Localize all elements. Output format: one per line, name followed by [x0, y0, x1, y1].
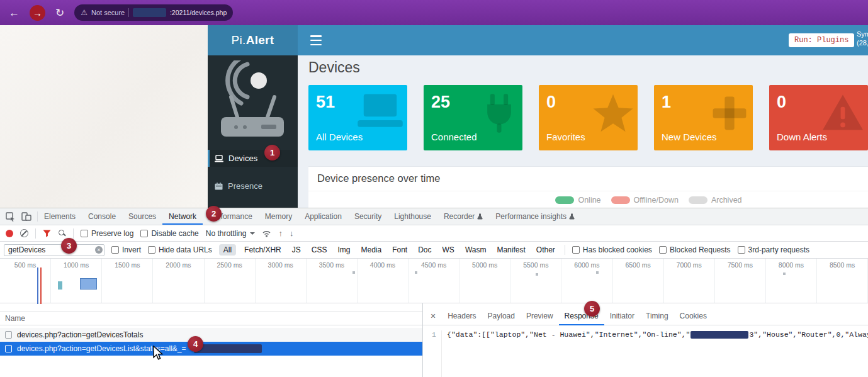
devtools-tab-application[interactable]: Application: [298, 208, 348, 225]
not-secure-label: Not secure: [91, 9, 125, 16]
filter-chip-font[interactable]: Font: [390, 245, 410, 255]
laptop-icon: [356, 93, 405, 132]
devtools-left-icons: [0, 208, 37, 225]
devtools-tab-performance-insights[interactable]: Performance insights: [489, 208, 581, 225]
network-overview-timeline[interactable]: 500 ms 1000 ms 1500 ms 2000 ms 2500 ms 3…: [0, 259, 868, 303]
throttling-value: No throttling: [206, 229, 247, 238]
run-plugins-button[interactable]: Run: Plugins: [789, 33, 854, 47]
filter-icon[interactable]: [43, 230, 51, 237]
device-toolbar-icon[interactable]: [21, 212, 31, 221]
filter-chip-css[interactable]: CSS: [309, 245, 330, 255]
devtools-tab-security[interactable]: Security: [348, 208, 388, 225]
annotation-badge-1: 1: [264, 145, 280, 160]
blocked-requests-checkbox[interactable]: Blocked Requests: [659, 245, 731, 254]
request-table-header[interactable]: Name: [0, 311, 422, 325]
invert-checkbox[interactable]: Invert: [111, 245, 141, 254]
devtools-tab-lighthouse[interactable]: Lighthouse: [388, 208, 437, 225]
card-label: All Devices: [316, 132, 363, 142]
brand-text: Pi.Alert: [232, 33, 274, 47]
back-icon[interactable]: ←: [9, 8, 20, 18]
legend-item-online[interactable]: Online: [555, 196, 600, 205]
alert-triangle-icon: [820, 93, 865, 133]
filter-chip-fetch-xhr[interactable]: Fetch/XHR: [242, 245, 284, 255]
clear-filter-icon[interactable]: ×: [95, 246, 103, 254]
address-separator: [128, 8, 129, 17]
import-har-icon[interactable]: ↑: [278, 229, 283, 237]
card-connected[interactable]: 25 Connected: [424, 85, 522, 150]
detail-tab-preview[interactable]: Preview: [521, 307, 559, 325]
timeline-column: 500 ms: [0, 259, 51, 303]
legend-swatch-archived: [689, 196, 707, 204]
filter-chip-ws[interactable]: WS: [440, 245, 457, 255]
devtools-tab-sources[interactable]: Sources: [122, 208, 162, 225]
devtools-tab-recorder[interactable]: Recorder: [437, 208, 489, 225]
filter-input[interactable]: [4, 244, 104, 256]
legend-item-archived[interactable]: Archived: [689, 196, 742, 205]
panel-title: Device presence over time: [317, 172, 440, 184]
filter-chip-wasm[interactable]: Wasm: [463, 245, 489, 255]
response-content: {"data":[["laptop","Net - Huawei","Inter…: [442, 330, 868, 377]
sidebar-item-devices[interactable]: Devices: [208, 150, 298, 167]
card-down-alerts[interactable]: 0 Down Alerts: [769, 85, 868, 150]
app-brand[interactable]: Pi.Alert: [208, 25, 298, 55]
export-har-icon[interactable]: ↓: [290, 229, 294, 237]
filter-chip-other[interactable]: Other: [534, 245, 558, 255]
forward-icon[interactable]: →: [30, 5, 45, 21]
timeline-activity-mark: [536, 273, 538, 276]
card-label: New Devices: [662, 132, 717, 142]
timeline-activity-mark: [58, 281, 62, 290]
detail-tab-timing[interactable]: Timing: [640, 307, 674, 325]
legend-item-offline[interactable]: Offline/Down: [611, 196, 679, 205]
filter-chip-js[interactable]: JS: [290, 245, 303, 255]
tab-label: Recorder: [444, 212, 475, 221]
filter-chip-manifest[interactable]: Manifest: [494, 245, 527, 255]
has-blocked-cookies-checkbox[interactable]: Has blocked cookies: [572, 245, 652, 254]
detail-tab-cookies[interactable]: Cookies: [674, 307, 713, 325]
devtools-tab-network[interactable]: Network: [162, 208, 203, 225]
sidebar-item-presence[interactable]: Presence: [208, 177, 298, 194]
sidebar-toggle-icon[interactable]: [310, 35, 322, 45]
detail-tab-headers[interactable]: Headers: [442, 307, 482, 325]
timeline-column: 1500 ms: [102, 259, 153, 303]
summary-cards: 51 All Devices 25 Connected: [308, 85, 868, 150]
detail-tab-initiator[interactable]: Initiator: [604, 307, 640, 325]
request-row-selected[interactable]: devices.php?action=getDevicesList&status…: [0, 342, 422, 356]
filter-chip-all[interactable]: All: [219, 244, 236, 256]
card-new-devices[interactable]: 1 New Devices: [654, 85, 753, 150]
network-conditions-icon[interactable]: [262, 230, 271, 237]
timeline-column: 6000 ms: [561, 259, 612, 303]
response-viewer[interactable]: 1 {"data":[["laptop","Net - Huawei","Int…: [423, 325, 868, 377]
page-viewport: Pi.Alert Run: Plugins Sym (28,: [0, 25, 868, 208]
devtools-panel: Elements Console Sources Network Perform…: [0, 208, 868, 377]
close-detail-icon[interactable]: ×: [423, 311, 442, 321]
devtools-tab-elements[interactable]: Elements: [38, 208, 82, 225]
sidebar-item-label: Devices: [228, 154, 257, 163]
record-icon[interactable]: [6, 230, 13, 237]
timeline-activity-mark: [596, 271, 599, 274]
request-type-filters: All Fetch/XHR JS CSS Img Media Font Doc …: [219, 244, 558, 256]
checkbox-box: [659, 246, 667, 254]
card-all-devices[interactable]: 51 All Devices: [308, 85, 407, 150]
third-party-requests-checkbox[interactable]: 3rd-party requests: [738, 245, 809, 254]
request-row[interactable]: devices.php?action=getDevicesTotals: [0, 328, 422, 342]
refresh-icon[interactable]: ↻: [55, 8, 64, 18]
filter-chip-img[interactable]: Img: [335, 245, 352, 255]
filter-chip-media[interactable]: Media: [358, 245, 384, 255]
card-favorites[interactable]: 0 Favorites: [539, 85, 638, 150]
checkbox-label: Disable cache: [151, 229, 198, 238]
clear-network-log-icon[interactable]: [20, 229, 28, 237]
response-text: {"data":[["laptop","Net - Huawei","Inter…: [447, 330, 690, 339]
calendar-icon: [215, 183, 223, 190]
inspect-element-icon[interactable]: [6, 212, 15, 222]
disable-cache-checkbox[interactable]: Disable cache: [140, 229, 198, 238]
timeline-column: 4000 ms: [358, 259, 409, 303]
hide-data-urls-checkbox[interactable]: Hide data URLs: [148, 245, 212, 254]
filter-chip-doc[interactable]: Doc: [415, 245, 434, 255]
address-bar[interactable]: ⚠ Not secure :20211/devices.php: [74, 4, 233, 21]
detail-tab-payload[interactable]: Payload: [482, 307, 521, 325]
devtools-tab-console[interactable]: Console: [82, 208, 122, 225]
search-icon[interactable]: [58, 229, 66, 237]
preserve-log-checkbox[interactable]: Preserve log: [81, 229, 133, 238]
throttling-dropdown[interactable]: No throttling: [206, 229, 256, 238]
devtools-tab-memory[interactable]: Memory: [259, 208, 298, 225]
